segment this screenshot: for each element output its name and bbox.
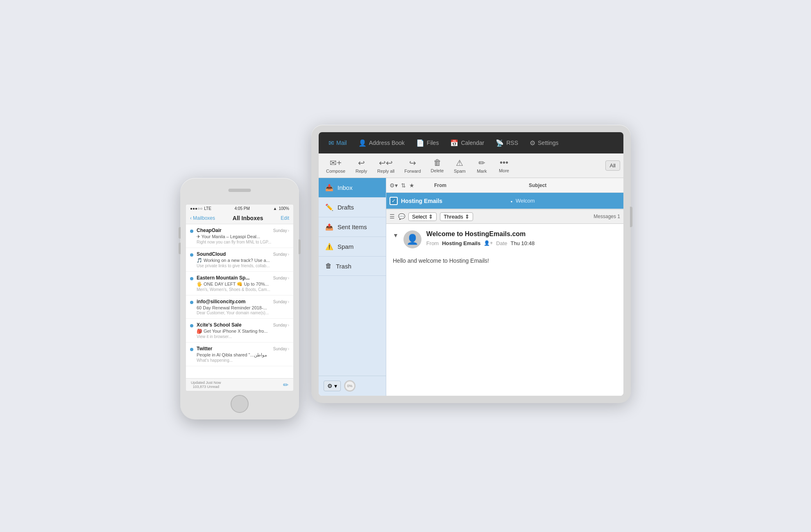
chevron-1: › (288, 252, 289, 257)
carrier-label: LTE (204, 206, 211, 211)
add-contact-icon[interactable]: 👤+ (484, 240, 493, 246)
calendar-icon: 📅 (450, 139, 458, 147)
mark-label: Mark (477, 169, 487, 174)
phone-email-item-5[interactable]: Twitter Sunday › People in Al Qibla shar… (186, 343, 293, 366)
phone-volume-up-button[interactable] (179, 227, 181, 239)
phone-preview-5: What's happening... (197, 358, 289, 363)
phone-email-item-3[interactable]: info@siliconcity.com Sunday › 60 Day Ren… (186, 295, 293, 319)
compose-icon: ✉+ (330, 158, 342, 168)
tablet-side-button[interactable] (630, 207, 632, 227)
col-subject-header: Subject (529, 183, 620, 188)
unread-dot-0 (190, 230, 193, 233)
threads-icon[interactable]: 💬 (398, 213, 405, 220)
chevron-3: › (288, 300, 289, 304)
star-icon[interactable]: ★ (409, 182, 415, 189)
email-meta: Welcome to HostingEmails.com From Hostin… (426, 230, 617, 246)
phone-email-item-2[interactable]: Eastern Mountain Sp... Sunday › 🖐 ONE DA… (186, 272, 293, 295)
phone-preview-2: Men's, Women's, Shoes & Boots, Cam... (197, 287, 289, 292)
reply-all-icon: ↩↩ (379, 158, 393, 168)
back-label: Mailboxes (193, 215, 215, 221)
unread-dot: ● (511, 200, 513, 203)
avatar-person-icon: 👤 (406, 234, 419, 245)
phone-sender-2: Eastern Mountain Sp... (197, 275, 249, 281)
phone-side-button[interactable] (299, 239, 301, 254)
phone-email-item-0[interactable]: CheapOair Sunday › ✈ Your Manila – Legas… (186, 224, 293, 248)
phone-navbar: ‹ Mailboxes All Inboxes Edit (186, 212, 293, 224)
signal-bars: ●●●○○ (190, 206, 202, 211)
sidebar-item-inbox[interactable]: 📥 Inbox (319, 178, 386, 198)
sidebar-inbox-label: Inbox (338, 184, 353, 191)
sidebar-gear-button[interactable]: ⚙ ▾ (324, 381, 341, 391)
trash-icon: 🗑 (325, 262, 332, 270)
sidebar-item-trash[interactable]: 🗑 Trash (319, 257, 386, 276)
select-label: Select (412, 214, 427, 220)
phone-date-0: Sunday › (273, 228, 289, 233)
phone-subject-3: 60 Day Renewal Reminder 2018-... (197, 305, 289, 310)
more-label: More (499, 168, 509, 173)
sidebar-item-spam[interactable]: ⚠️ Spam (319, 237, 386, 257)
phone-edit-button[interactable]: Edit (281, 215, 289, 221)
spam-button[interactable]: ⚠ Spam (449, 156, 470, 175)
email-preview-subject: Welcome to HostingEmails.com (426, 230, 617, 238)
phone-time: 4:05 PM (235, 206, 250, 211)
phone-email-item-1[interactable]: SoundCloud Sunday › 🎵 Working on a new t… (186, 248, 293, 272)
phone-date-4: Sunday › (273, 323, 289, 327)
gear-dropdown-icon: ▾ (334, 383, 337, 389)
sidebar-item-sent[interactable]: 📤 Sent Items (319, 217, 386, 237)
phone-email-item-4[interactable]: Xcite's School Sale Sunday › 🎒 Get Your … (186, 319, 293, 343)
email-checkbox[interactable]: ✓ (390, 197, 398, 205)
all-button[interactable]: All (605, 160, 620, 171)
mark-button[interactable]: ✏ Mark (471, 156, 492, 175)
phone-volume-down-button[interactable] (179, 243, 181, 254)
reply-all-button[interactable]: ↩↩ Reply all (373, 156, 399, 175)
filter-icon[interactable]: ⚙▾ (390, 182, 398, 189)
reply-button[interactable]: ↩ Reply (351, 156, 372, 175)
more-icon: ••• (500, 158, 508, 167)
tablet-main-pane: ⚙▾ ⇅ ★ From Subject ✓ Hosting Emails ● W… (386, 178, 623, 396)
phone-back-button[interactable]: ‹ Mailboxes (190, 215, 215, 221)
mail-icon: ✉ (328, 139, 334, 147)
email-list-row[interactable]: ✓ Hosting Emails ● Welcom (386, 193, 623, 209)
list-icon[interactable]: ☰ (390, 213, 395, 220)
tablet-content: 📥 Inbox ✏️ Drafts 📤 Sent Items ⚠️ Spam (319, 178, 623, 396)
address-book-icon: 👤 (358, 139, 367, 147)
phone-sender-0: CheapOair (197, 228, 222, 233)
nav-calendar-label: Calendar (461, 140, 484, 146)
compose-button[interactable]: ✉+ Compose (322, 156, 349, 175)
nav-item-rss[interactable]: 📡 RSS (490, 136, 524, 150)
sidebar-spam-label: Spam (338, 243, 353, 250)
sidebar-trash-label: Trash (336, 263, 351, 270)
phone-signal-area: ●●●○○ LTE (190, 206, 211, 211)
chevron-5: › (288, 347, 289, 351)
delete-button[interactable]: 🗑 Delete (427, 156, 448, 175)
email-row-subject: ● Welcom (511, 198, 621, 204)
email-list-header: ⚙▾ ⇅ ★ From Subject (386, 178, 623, 193)
phone-speaker (229, 189, 251, 192)
tablet-sidebar: 📥 Inbox ✏️ Drafts 📤 Sent Items ⚠️ Spam (319, 178, 386, 396)
from-label: From (426, 240, 439, 246)
select-button[interactable]: Select ⇕ (408, 212, 437, 221)
phone-home-button[interactable] (231, 395, 249, 413)
nav-address-book-label: Address Book (369, 140, 405, 146)
nav-item-calendar[interactable]: 📅 Calendar (444, 136, 490, 150)
threads-button[interactable]: Threads ⇕ (440, 212, 473, 221)
nav-item-settings[interactable]: ⚙ Settings (524, 136, 564, 150)
phone-email-row1-5: Twitter Sunday › (197, 346, 289, 352)
phone-date-5: Sunday › (273, 347, 289, 351)
unread-dot-1 (190, 253, 193, 257)
phone-preview-0: Right now you can fly from MNL to LGP... (197, 240, 289, 244)
unread-dot-5 (190, 348, 193, 351)
sidebar-item-drafts[interactable]: ✏️ Drafts (319, 198, 386, 217)
phone-compose-button[interactable]: ✏ (283, 381, 288, 389)
threads-chevron: ⇕ (465, 214, 469, 220)
more-button[interactable]: ••• More (494, 156, 514, 175)
nav-item-mail[interactable]: ✉ Mail (323, 136, 353, 150)
phone-subject-4: 🎒 Get Your iPhone X Starting fro... (197, 329, 289, 334)
unread-dot-2 (190, 277, 193, 280)
nav-item-files[interactable]: 📄 Files (410, 136, 445, 150)
phone-status-bar: ●●●○○ LTE 4:05 PM ▲ 100% (186, 205, 293, 212)
forward-button[interactable]: ↪ Forward (400, 156, 425, 175)
nav-item-address-book[interactable]: 👤 Address Book (353, 136, 410, 150)
collapse-toggle[interactable]: ▼ (393, 232, 399, 239)
sort-icon[interactable]: ⇅ (401, 182, 406, 189)
